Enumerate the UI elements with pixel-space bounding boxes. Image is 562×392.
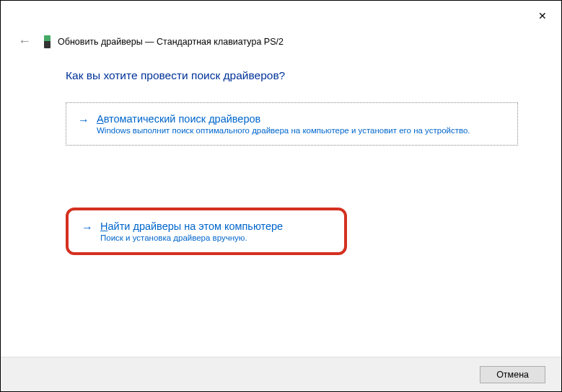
cancel-button[interactable]: Отмена	[480, 366, 545, 383]
page-heading: Как вы хотите провести поиск драйверов?	[66, 69, 518, 82]
arrow-right-icon: →	[78, 114, 89, 127]
hotkey-letter: А	[97, 113, 104, 125]
option-description: Windows выполнит поиск оптимального драй…	[97, 126, 506, 135]
option-texts: Найти драйверы на этом компьютере Поиск …	[100, 220, 331, 242]
option-description: Поиск и установка драйвера вручную.	[100, 233, 331, 242]
arrow-right-icon: →	[82, 221, 93, 234]
footer-bar: Отмена	[1, 357, 561, 391]
content-area: Как вы хотите провести поиск драйверов? …	[1, 58, 561, 357]
dialog-window: ✕ ← Обновить драйверы — Стандартная клав…	[0, 0, 562, 392]
option-row: → Найти драйверы на этом компьютере Поис…	[82, 220, 331, 242]
option-title: Автоматический поиск драйверов	[97, 113, 506, 125]
dialog-title: Обновить драйверы — Стандартная клавиату…	[58, 37, 284, 47]
option-texts: Автоматический поиск драйверов Windows в…	[97, 113, 506, 135]
option-auto-search[interactable]: → Автоматический поиск драйверов Windows…	[66, 102, 518, 146]
option-title: Найти драйверы на этом компьютере	[100, 220, 331, 232]
title-rest: втоматический поиск драйверов	[104, 113, 261, 125]
title-rest: айти драйверы на этом компьютере	[107, 220, 283, 232]
option-browse-computer[interactable]: → Найти драйверы на этом компьютере Поис…	[66, 208, 347, 255]
back-arrow-icon[interactable]: ←	[18, 34, 31, 49]
header-row: ← Обновить драйверы — Стандартная клавиа…	[1, 22, 561, 58]
option-row: → Автоматический поиск драйверов Windows…	[78, 113, 506, 135]
titlebar: ✕	[1, 1, 561, 22]
hotkey-letter: Н	[100, 220, 107, 232]
device-icon	[44, 35, 51, 48]
close-icon[interactable]: ✕	[538, 10, 547, 22]
